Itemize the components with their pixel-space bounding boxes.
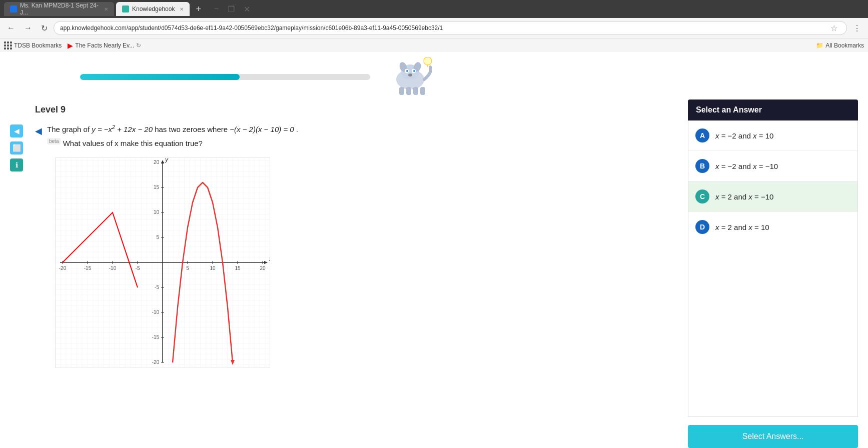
bookmark-label-facts: The Facts Nearly Ev...: [75, 42, 134, 49]
apps-grid-icon: [4, 42, 12, 50]
level-badge: Level 9: [35, 104, 678, 115]
extensions-icon[interactable]: ⋮: [850, 22, 864, 34]
answer-option-c[interactable]: C x = 2 and x = −10: [688, 182, 857, 212]
mascot-area: [380, 57, 440, 97]
option-circle-b: B: [695, 159, 709, 173]
svg-text:5: 5: [156, 234, 159, 240]
tab-close-ms[interactable]: ✕: [104, 6, 108, 12]
answer-option-d[interactable]: D x = 2 and x = 10: [688, 212, 857, 242]
question-line2: beta What values of x make this equation…: [47, 138, 678, 150]
svg-text:-15: -15: [152, 334, 160, 340]
question-content: Level 9 ◀ The graph of y = −x2 + 12x − 2…: [35, 104, 678, 368]
svg-text:-5: -5: [155, 284, 159, 290]
speaker-icon[interactable]: ◀: [35, 124, 42, 138]
progress-area: [0, 52, 868, 100]
tab-active-kh[interactable]: Knowledgehook ✕: [116, 2, 190, 16]
tab-icon-kh: [122, 6, 129, 12]
svg-point-8: [408, 74, 412, 76]
svg-text:-10: -10: [109, 266, 117, 271]
x-axis-label: x: [269, 256, 270, 262]
restore-button[interactable]: ❐: [225, 4, 238, 15]
refresh-icon[interactable]: ↻: [136, 42, 141, 49]
question-text-part1: The graph of: [47, 125, 92, 134]
equation-display: y = −x2 + 12x − 20: [92, 125, 153, 134]
graph-container: -20 -15 -10 -5 5 10 15: [55, 158, 270, 368]
question-text-part3: .: [296, 125, 298, 134]
svg-point-6: [406, 70, 408, 72]
option-text-b: x = −2 and x = −10: [715, 162, 778, 170]
beta-badge: beta: [47, 138, 61, 144]
svg-rect-11: [413, 87, 418, 95]
info-icon: ℹ: [16, 161, 18, 169]
mascot-svg: [380, 57, 440, 97]
svg-text:-20: -20: [152, 360, 160, 365]
bookmark-star-icon[interactable]: ☆: [827, 22, 840, 34]
option-circle-a: A: [695, 128, 709, 142]
new-tab-button[interactable]: +: [192, 4, 205, 14]
select-answers-button[interactable]: Select Answers...: [688, 425, 858, 448]
option-text-d: x = 2 and x = 10: [715, 223, 769, 232]
nav-bar: ← → ↻ app.knowledgehook.com/app/student/…: [0, 18, 868, 38]
tab-label-kh: Knowledgehook: [132, 6, 175, 12]
tab-icon-ms: [10, 6, 17, 12]
tab-label-ms: Ms. Kan MPM2D8-1 Sept 24-J...: [20, 2, 99, 16]
level-number: 9: [61, 104, 66, 114]
bookmark-apps[interactable]: TDSB Bookmarks: [4, 42, 62, 50]
level-label: Level: [35, 104, 58, 114]
close-button[interactable]: ✕: [241, 4, 253, 15]
svg-point-7: [413, 70, 415, 72]
graph-svg: -20 -15 -10 -5 5 10 15: [55, 158, 270, 368]
factored-display: −(x − 2)(x − 10) = 0: [230, 125, 294, 134]
svg-rect-10: [406, 87, 411, 95]
page-content: ◀ ⬜ ℹ Level 9 ◀: [0, 52, 868, 448]
main-area: ◀ ⬜ ℹ Level 9 ◀: [0, 100, 868, 448]
minimize-button[interactable]: −: [211, 4, 222, 14]
folder-icon: 📁: [816, 42, 823, 49]
question-text-part4: What values of x make this equation true…: [63, 139, 203, 148]
answer-options: A x = −2 and x = 10 B x = −2 and x = −10…: [688, 120, 858, 417]
window-controls: − ❐ ✕: [211, 4, 253, 15]
svg-rect-9: [399, 87, 404, 95]
all-bookmarks-item[interactable]: 📁 All Bookmarks: [816, 42, 864, 49]
option-text-a: x = −2 and x = 10: [715, 132, 773, 140]
bookmark-icon-youtube: ▶: [68, 42, 73, 50]
address-text: app.knowledgehook.com/app/student/d0574d…: [60, 24, 827, 32]
screen-button[interactable]: ⬜: [10, 142, 23, 154]
svg-rect-12: [420, 87, 425, 95]
audio-button[interactable]: ◀: [10, 124, 23, 138]
svg-text:5: 5: [186, 266, 189, 271]
info-button[interactable]: ℹ: [10, 158, 23, 172]
all-bookmarks-label: All Bookmarks: [825, 42, 864, 49]
svg-text:10: 10: [210, 266, 216, 271]
forward-button[interactable]: →: [21, 22, 35, 34]
question-block: ◀ The graph of y = −x2 + 12x − 20 has tw…: [35, 123, 678, 150]
option-circle-d: D: [695, 220, 709, 234]
svg-text:15: 15: [235, 266, 241, 271]
svg-text:15: 15: [154, 184, 160, 190]
answer-header: Select an Answer: [688, 100, 858, 120]
question-text-part2: has two zeroes where: [155, 125, 230, 134]
bookmark-item-facts[interactable]: ▶ The Facts Nearly Ev... ↻: [68, 42, 141, 50]
volume-icon: ◀: [14, 127, 20, 135]
svg-text:-5: -5: [136, 266, 140, 271]
bookmark-apps-label: TDSB Bookmarks: [14, 42, 62, 49]
screen-icon: ⬜: [13, 144, 21, 152]
browser-chrome: Ms. Kan MPM2D8-1 Sept 24-J... ✕ Knowledg…: [0, 0, 868, 52]
svg-text:10: 10: [154, 210, 160, 215]
answer-panel: Select an Answer A x = −2 and x = 10 B x…: [688, 100, 858, 448]
question-line1: The graph of y = −x2 + 12x − 20 has two …: [47, 123, 678, 136]
svg-text:-15: -15: [84, 266, 92, 271]
back-button[interactable]: ←: [4, 22, 18, 34]
address-bar[interactable]: app.knowledgehook.com/app/student/d0574d…: [54, 21, 847, 35]
answer-option-a[interactable]: A x = −2 and x = 10: [688, 120, 857, 151]
tab-bar: Ms. Kan MPM2D8-1 Sept 24-J... ✕ Knowledg…: [0, 0, 868, 18]
bookmark-bar: TDSB Bookmarks ▶ The Facts Nearly Ev... …: [0, 38, 868, 52]
svg-text:20: 20: [260, 266, 266, 271]
tab-inactive[interactable]: Ms. Kan MPM2D8-1 Sept 24-J... ✕: [4, 2, 114, 16]
question-area: ◀ ⬜ ℹ Level 9 ◀: [10, 100, 678, 448]
question-inner: The graph of y = −x2 + 12x − 20 has two …: [47, 123, 678, 150]
reload-button[interactable]: ↻: [38, 22, 51, 35]
option-circle-c: C: [695, 190, 709, 204]
answer-option-b[interactable]: B x = −2 and x = −10: [688, 151, 857, 182]
tab-close-kh[interactable]: ✕: [180, 6, 184, 12]
